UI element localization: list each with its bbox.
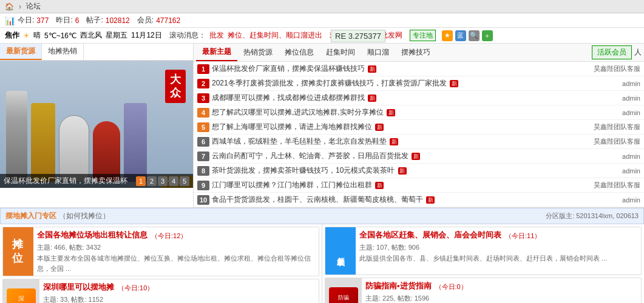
posts-label: 帖子:: [86, 15, 103, 25]
main-content: 最新货源 地摊热销 大众 PUYIDA: [0, 44, 644, 207]
scam-title[interactable]: 防骗指南•进货指南: [365, 281, 432, 291]
topic-author-2: admin: [592, 80, 640, 87]
right-panel: 最新主题 热销货源 摊位信息 赶集时间 顺口溜 摆摊技巧 活跃会员 人 1 保温…: [193, 44, 644, 207]
slider-dot-5[interactable]: 5: [180, 176, 189, 186]
toolbar-icons: ★ 蓝 🔍 +: [442, 30, 493, 41]
tab-stall-tips[interactable]: 摆摊技巧: [395, 44, 436, 61]
admin-label: 分区版主: 5201314lxm, 020613: [546, 211, 639, 221]
topic-title-5[interactable]: 想了解上海哪里可以摆摊，请进上海地摊群找摊位 新: [212, 122, 592, 132]
topic-title-8[interactable]: 茶叶货源批发，摆摊卖茶叶赚钱技巧，10元模式卖装茶叶 新: [212, 165, 592, 176]
scam-icon: 防骗指南: [325, 278, 362, 303]
topic-num-10: 10: [197, 195, 209, 205]
info-bar: 焦作 ☀ 晴 5℃~16℃ 西北风 星期五 11月12日 滚动消息： 批发 摊位…: [0, 28, 644, 44]
blue-icon[interactable]: 蓝: [455, 30, 466, 41]
stats-bar: 📊 今日: 377 昨日: 6 帖子: 102812 会员: 477162: [0, 13, 644, 28]
topic-num-9: 9: [197, 181, 209, 190]
stall-title[interactable]: 全国各地摊位场地出租转让信息: [37, 230, 147, 241]
topic-author-5: 昊鑫陛团队客服: [592, 122, 640, 132]
forum-box-scam: 防骗指南 防骗指南•进货指南 （今日:0） 主题: 225, 帖数: 1596 …: [325, 278, 642, 303]
topic-author-6: 昊鑫陛团队客服: [592, 137, 640, 146]
scroll-link1[interactable]: 批发: [209, 30, 224, 41]
forum-box-shenzhen: 深圳 深圳哪里可以摆地摊 （今日:10） 主题: 33, 帖数: 1152 深圳…: [2, 279, 319, 303]
weather-icon: ☀: [23, 32, 30, 40]
topic-num-6: 6: [197, 137, 209, 147]
location-label: 焦作: [5, 30, 19, 41]
left-tab-header: 最新货源 地摊热销: [0, 44, 193, 61]
weather-condition: 晴: [33, 30, 41, 41]
scam-today: （今日:0）: [435, 282, 467, 291]
shenzhen-stats: 主题: 33, 帖数: 1152: [43, 295, 315, 303]
stall-today: （今日:12）: [151, 231, 187, 241]
topic-title-2[interactable]: 2021冬季打废裤货源批发，摆摊卖打废裤赚钱技巧，打废裤货源厂家批发 新: [212, 78, 592, 88]
add-icon[interactable]: +: [482, 30, 493, 41]
wind: 西北风: [80, 30, 102, 41]
tab-hot-sales[interactable]: 地摊热销: [42, 44, 84, 60]
active-members-label: 活跃会员: [592, 45, 632, 59]
search-icon[interactable]: 🔍: [469, 30, 480, 41]
topic-author-1: 昊鑫陛团队客服: [592, 64, 640, 73]
yesterday-value: 6: [75, 16, 80, 25]
topic-num-8: 8: [197, 166, 209, 176]
section-header: 摆地摊入门专区 （如何找摊位） 分区版主: 5201314lxm, 020613: [0, 208, 644, 224]
slider-dot-2[interactable]: 2: [147, 176, 157, 186]
tab-latest-topics[interactable]: 最新主题: [196, 44, 237, 61]
topic-author-8: admin: [592, 167, 640, 175]
fair-stats: 主题: 107, 帖数: 906: [359, 243, 637, 252]
topic-title-7[interactable]: 云南白药酊可宁，凡士林、蛇油膏、芦荟胶，日用品百货批发 新: [212, 151, 592, 161]
star-icon[interactable]: ★: [442, 30, 453, 41]
date: 11月12日: [131, 30, 162, 41]
shenzhen-title[interactable]: 深圳哪里可以摆地摊: [43, 282, 114, 293]
topic-title-4[interactable]: 想了解武汉哪里可以摆摊,进武汉地摊群,实时分享摊位 新: [212, 107, 592, 118]
topic-row: 10 食品干货货源批发，桂圆干、云南核桃、新疆葡萄皮核桃、葡萄干 新 admin: [194, 193, 644, 207]
topic-row: 9 江门哪里可以摆摊？江门地摊群，江门摊位出租群 新 昊鑫陛团队客服: [194, 178, 644, 193]
forum-col-left: 摊位 全国各地摊位场地出租转让信息 （今日:12） 主题: 466, 帖数: 3…: [0, 224, 322, 303]
topic-row: 5 想了解上海哪里可以摆摊，请进上海地摊群找摊位 新 昊鑫陛团队客服: [194, 120, 644, 135]
today-label: 今日:: [18, 15, 34, 25]
topic-row: 4 想了解武汉哪里可以摆摊,进武汉地摊群,实时分享摊位 新 admin: [194, 105, 644, 120]
topic-author-7: admin: [592, 153, 640, 160]
nav-separator: ›: [19, 2, 21, 11]
stall-stats: 主题: 466, 帖数: 3432: [37, 243, 315, 252]
topic-author-4: admin: [592, 109, 640, 116]
fair-today: （今日:11）: [505, 231, 541, 241]
section-subtitle: （如何找摊位）: [59, 211, 110, 221]
tab-latest-goods[interactable]: 最新货源: [0, 44, 42, 60]
tab-hot-sources[interactable]: 热销货源: [237, 44, 279, 61]
topic-author-3: admin: [592, 95, 640, 102]
home-icon[interactable]: 🏠: [5, 2, 14, 11]
temperature: 5℃~16℃: [44, 32, 76, 40]
shenzhen-icon: 深圳: [3, 279, 39, 303]
breadcrumb[interactable]: 论坛: [26, 1, 41, 12]
weekday: 星期五: [106, 30, 127, 41]
yesterday-label: 昨日:: [56, 15, 72, 25]
fair-title[interactable]: 全国各地区赶集、展销会、庙会会时间表: [359, 230, 501, 241]
members-label: 会员:: [137, 15, 154, 25]
top-nav: 🏠 › 论坛: [0, 0, 644, 13]
topic-num-1: 1: [197, 64, 209, 74]
topic-title-9[interactable]: 江门哪里可以摆摊？江门地摊群，江门摊位出租群 新: [212, 180, 592, 190]
slider-text: 保温杯批发价厂家直销，摆摊卖保温杯: [4, 176, 136, 186]
topic-title-3[interactable]: 成都哪里可以摆摊，找成都摊位进成都摆摊群找 新: [212, 93, 592, 103]
special-label: 专注地: [410, 30, 436, 41]
today-value: 377: [36, 16, 49, 25]
slider-dot-3[interactable]: 3: [158, 176, 168, 186]
product-image: 大众 PUYIDA 保温杯批发价厂家直销，摆摊卖保温杯 1 2 3 4 5: [0, 61, 193, 188]
posts-value: 102812: [106, 16, 130, 25]
slider-dot-4[interactable]: 4: [169, 176, 178, 186]
tab-rhyme[interactable]: 顺口溜: [361, 44, 395, 61]
scroll-link2[interactable]: 摊位、赶集时间、顺口溜进出: [228, 30, 322, 41]
shenzhen-today: （今日:10）: [118, 284, 154, 293]
topic-title-6[interactable]: 西城羊绒，驼绒鞋垫，羊毛毡鞋垫，老北京自发热鞋垫 新: [212, 136, 592, 147]
topic-title-1[interactable]: 保温杯批发价厂家直销，摆摊卖保温杯赚钱技巧 新: [212, 64, 592, 74]
topic-row: 8 茶叶货源批发，摆摊卖茶叶赚钱技巧，10元模式卖装茶叶 新 admin: [194, 164, 644, 178]
fair-icon: 赶集表: [325, 227, 356, 275]
topic-row: 2 2021冬季打废裤货源批发，摆摊卖打废裤赚钱技巧，打废裤货源厂家批发 新 a…: [194, 76, 644, 91]
slider-dot-1[interactable]: 1: [136, 176, 146, 186]
forum-col-right: 赶集表 全国各地区赶集、展销会、庙会会时间表 （今日:11） 主题: 107, …: [322, 224, 644, 303]
forum-box-stall: 摊位 全国各地摊位场地出租转让信息 （今日:12） 主题: 466, 帖数: 3…: [2, 227, 319, 276]
topic-row: 7 云南白药酊可宁，凡士林、蛇油膏、芦荟胶，日用品百货批发 新 admin: [194, 149, 644, 164]
tab-stall-info[interactable]: 摊位信息: [279, 44, 320, 61]
topic-title-10[interactable]: 食品干货货源批发，桂圆干、云南核桃、新疆葡萄皮核桃、葡萄干 新: [212, 195, 592, 205]
scroll-label: 滚动消息：: [169, 30, 206, 41]
tab-fair-time[interactable]: 赶集时间: [320, 44, 361, 61]
